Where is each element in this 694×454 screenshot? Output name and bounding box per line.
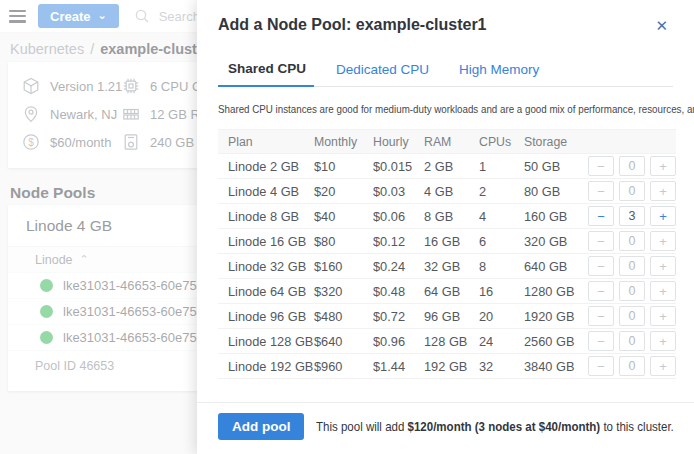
minus-icon[interactable]: − xyxy=(588,281,614,301)
plan-hourly: $0.96 xyxy=(373,334,424,349)
plan-monthly: $320 xyxy=(314,284,373,299)
plan-cpus: 20 xyxy=(479,309,524,324)
plan-storage: 160 GB xyxy=(524,209,586,224)
plan-table: Plan Monthly Hourly RAM CPUs Storage Lin… xyxy=(218,129,676,379)
plan-cpus: 6 xyxy=(479,234,524,249)
plan-hourly: $0.48 xyxy=(373,284,424,299)
plan-storage: 80 GB xyxy=(524,184,586,199)
plan-ram: 2 GB xyxy=(424,159,479,174)
minus-icon[interactable]: − xyxy=(588,156,614,176)
tab-dedicated-cpu[interactable]: Dedicated CPU xyxy=(328,61,437,86)
plan-cpus: 1 xyxy=(479,159,524,174)
minus-icon[interactable]: − xyxy=(588,331,614,351)
plus-icon[interactable]: + xyxy=(650,306,676,326)
node-count-input[interactable]: 0 xyxy=(619,306,645,326)
plan-storage: 1920 GB xyxy=(524,309,586,324)
plan-hourly: $0.06 xyxy=(373,209,424,224)
plan-name: Linode 128 GB xyxy=(218,334,314,349)
minus-icon[interactable]: − xyxy=(588,206,614,226)
plan-ram: 4 GB xyxy=(424,184,479,199)
plan-row: Linode 128 GB $640 $0.96 128 GB 24 2560 … xyxy=(218,329,676,354)
plus-icon[interactable]: + xyxy=(650,181,676,201)
add-pool-button[interactable]: Add pool xyxy=(218,413,304,440)
column-plan: Plan xyxy=(218,135,314,149)
node-count-stepper: − 0 + xyxy=(588,231,676,251)
plan-ram: 8 GB xyxy=(424,209,479,224)
node-count-input[interactable]: 0 xyxy=(619,356,645,376)
plan-monthly: $80 xyxy=(314,234,373,249)
node-count-stepper: − 0 + xyxy=(588,281,676,301)
plan-cpus: 4 xyxy=(479,209,524,224)
plan-ram: 96 GB xyxy=(424,309,479,324)
node-count-input[interactable]: 0 xyxy=(619,281,645,301)
plan-storage: 640 GB xyxy=(524,259,586,274)
plan-row: Linode 4 GB $20 $0.03 4 GB 2 80 GB − 0 + xyxy=(218,179,676,204)
plan-monthly: $160 xyxy=(314,259,373,274)
plan-monthly: $40 xyxy=(314,209,373,224)
plan-name: Linode 32 GB xyxy=(218,259,314,274)
plan-name: Linode 2 GB xyxy=(218,159,314,174)
plan-name: Linode 16 GB xyxy=(218,234,314,249)
plan-cpus: 24 xyxy=(479,334,524,349)
plan-row: Linode 8 GB $40 $0.06 8 GB 4 160 GB − 3 … xyxy=(218,204,676,229)
tab-high-memory[interactable]: High Memory xyxy=(451,61,547,86)
plan-monthly: $480 xyxy=(314,309,373,324)
plan-storage: 50 GB xyxy=(524,159,586,174)
plan-cpus: 2 xyxy=(479,184,524,199)
plan-ram: 16 GB xyxy=(424,234,479,249)
plan-row: Linode 2 GB $10 $0.015 2 GB 1 50 GB − 0 … xyxy=(218,154,676,179)
plan-name: Linode 8 GB xyxy=(218,209,314,224)
minus-icon[interactable]: − xyxy=(588,306,614,326)
linode-cloud-manager: Create ⌄ Search for Linodes... Kubernete… xyxy=(0,0,694,454)
plan-monthly: $10 xyxy=(314,159,373,174)
plus-icon[interactable]: + xyxy=(650,256,676,276)
plan-hourly: $0.24 xyxy=(373,259,424,274)
column-cpus: CPUs xyxy=(479,135,524,149)
add-node-pool-drawer: Add a Node Pool: example-cluster1 ✕ Shar… xyxy=(197,0,694,454)
tab-shared-cpu[interactable]: Shared CPU xyxy=(218,61,314,87)
plan-monthly: $960 xyxy=(314,359,373,374)
column-monthly: Monthly xyxy=(314,135,373,149)
plan-storage: 320 GB xyxy=(524,234,586,249)
plan-cpus: 16 xyxy=(479,284,524,299)
minus-icon[interactable]: − xyxy=(588,181,614,201)
plan-row: Linode 192 GB $960 $1.44 192 GB 32 3840 … xyxy=(218,354,676,379)
node-count-input[interactable]: 0 xyxy=(619,256,645,276)
plan-monthly: $20 xyxy=(314,184,373,199)
node-count-stepper: − 0 + xyxy=(588,256,676,276)
close-icon[interactable]: ✕ xyxy=(653,16,670,35)
plan-hourly: $0.72 xyxy=(373,309,424,324)
plus-icon[interactable]: + xyxy=(650,281,676,301)
plan-tabs: Shared CPU Dedicated CPU High Memory xyxy=(218,61,673,87)
minus-icon[interactable]: − xyxy=(588,356,614,376)
column-ram: RAM xyxy=(424,135,479,149)
node-count-input[interactable]: 0 xyxy=(619,181,645,201)
minus-icon[interactable]: − xyxy=(588,256,614,276)
plan-hourly: $0.12 xyxy=(373,234,424,249)
node-count-input[interactable]: 3 xyxy=(619,206,645,226)
plan-storage: 2560 GB xyxy=(524,334,586,349)
plan-name: Linode 64 GB xyxy=(218,284,314,299)
drawer-header: Add a Node Pool: example-cluster1 ✕ xyxy=(197,0,694,35)
plus-icon[interactable]: + xyxy=(650,231,676,251)
node-count-input[interactable]: 0 xyxy=(619,231,645,251)
pool-cost-summary: This pool will add $120/month (3 nodes a… xyxy=(316,419,674,434)
plus-icon[interactable]: + xyxy=(650,331,676,351)
plan-ram: 32 GB xyxy=(424,259,479,274)
plus-icon[interactable]: + xyxy=(650,206,676,226)
plus-icon[interactable]: + xyxy=(650,356,676,376)
plan-table-header-row: Plan Monthly Hourly RAM CPUs Storage xyxy=(218,129,676,154)
plan-ram: 64 GB xyxy=(424,284,479,299)
column-storage: Storage xyxy=(524,135,586,149)
drawer-footer: Add pool This pool will add $120/month (… xyxy=(197,402,694,454)
minus-icon[interactable]: − xyxy=(588,231,614,251)
node-count-stepper: − 3 + xyxy=(588,206,676,226)
plus-icon[interactable]: + xyxy=(650,156,676,176)
plan-storage: 3840 GB xyxy=(524,359,586,374)
node-count-input[interactable]: 0 xyxy=(619,156,645,176)
plan-name: Linode 192 GB xyxy=(218,359,314,374)
plan-ram: 192 GB xyxy=(424,359,479,374)
plan-name: Linode 4 GB xyxy=(218,184,314,199)
node-count-input[interactable]: 0 xyxy=(619,331,645,351)
plan-storage: 1280 GB xyxy=(524,284,586,299)
